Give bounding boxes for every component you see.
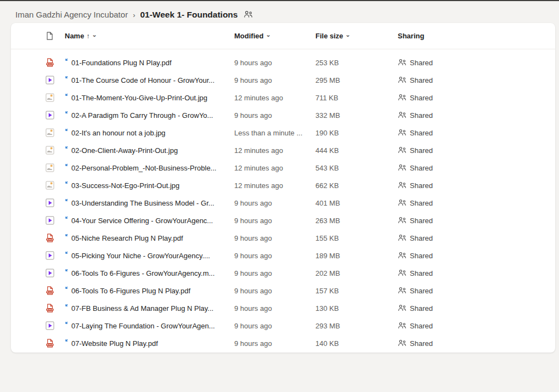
shared-people-icon — [398, 304, 406, 313]
file-name: 02-One-Client-Away-Print-Out.jpg — [71, 146, 178, 155]
table-row[interactable]: 03-Success-Not-Ego-Print-Out.jpg 12 minu… — [11, 177, 555, 194]
shared-people-icon — [398, 146, 406, 155]
file-name: 07-Laying The Foundation - GrowYourAgen.… — [71, 322, 215, 330]
column-header-sharing: Sharing — [398, 32, 555, 40]
video-file-icon — [45, 321, 65, 331]
table-row[interactable]: 06-Tools To 6-Figures Plug N Play.pdf 9 … — [11, 282, 555, 299]
file-size: 263 MB — [315, 217, 398, 225]
new-content-badge-icon — [65, 304, 71, 307]
table-row[interactable]: 01-Foundations Plug N Play.pdf 9 hours a… — [11, 54, 555, 71]
file-modified: 9 hours ago — [234, 234, 315, 242]
shared-people-icon — [398, 321, 406, 330]
column-header-file-size-label: File size — [315, 32, 343, 40]
new-content-badge-icon — [65, 234, 71, 237]
breadcrumb-current-folder: 01-Week 1- Foundations — [140, 10, 238, 20]
file-size: 295 MB — [315, 76, 398, 84]
table-row[interactable]: 01-The Course Code of Honour - GrowYour.… — [11, 71, 555, 89]
image-file-icon — [45, 163, 65, 173]
file-sharing-status: Shared — [410, 199, 433, 207]
new-content-badge-icon — [65, 322, 71, 325]
file-sharing-status: Shared — [410, 304, 433, 313]
file-name: 06-Tools To 6-Figures - GrowYourAgency.m… — [71, 269, 214, 277]
file-sharing-status: Shared — [410, 164, 433, 172]
shared-people-icon — [398, 269, 406, 277]
file-modified: 9 hours ago — [234, 217, 315, 225]
column-header-file-size[interactable]: File size ⌄ — [315, 32, 398, 40]
table-row[interactable]: 02-Personal-Problem_-Not-Business-Proble… — [11, 159, 555, 177]
file-modified: 12 minutes ago — [234, 181, 315, 190]
new-content-badge-icon — [65, 287, 71, 289]
table-row[interactable]: 07-Laying The Foundation - GrowYourAgen.… — [11, 317, 555, 334]
file-sharing-status: Shared — [410, 217, 433, 225]
file-size: 444 KB — [315, 146, 398, 155]
file-size: 140 KB — [315, 339, 398, 348]
file-name: 05-Niche Research Plug N Play.pdf — [71, 234, 183, 242]
table-row[interactable]: 02-It's an honour not a job.jpg Less tha… — [11, 124, 555, 141]
table-row[interactable]: 07-Website Plug N Play.pdf 9 hours ago 1… — [11, 334, 555, 352]
file-size: 332 MB — [315, 111, 398, 120]
pdf-file-icon — [45, 286, 65, 296]
new-content-badge-icon — [65, 269, 71, 272]
file-list-card: Name ↑ ⌄ Modified ⌄ File size ⌄ Sharing — [11, 23, 555, 353]
file-modified: 9 hours ago — [234, 287, 315, 295]
new-content-badge-icon — [65, 129, 71, 132]
new-content-badge-icon — [65, 146, 71, 149]
pdf-file-icon — [45, 303, 65, 313]
file-type-column-icon — [45, 31, 65, 41]
table-row[interactable]: 07-FB Business & Ad Manager Plug N Play.… — [11, 299, 555, 317]
file-rows-container: 01-Foundations Plug N Play.pdf 9 hours a… — [11, 49, 555, 353]
file-name: 02-A Paradigm To Carry Through - GrowYo.… — [71, 111, 213, 120]
new-content-badge-icon — [65, 252, 71, 254]
file-sharing-status: Shared — [410, 181, 433, 190]
file-size: 202 MB — [315, 269, 398, 277]
shared-people-icon — [398, 76, 406, 84]
column-header-modified-label: Modified — [234, 32, 263, 40]
table-row[interactable]: 05-Picking Your Niche - GrowYourAgency..… — [11, 247, 555, 264]
table-row[interactable]: 02-A Paradigm To Carry Through - GrowYo.… — [11, 106, 555, 124]
file-name: 01-Foundations Plug N Play.pdf — [71, 59, 172, 67]
breadcrumb-parent-link[interactable]: Iman Gadzhi Agency Incubator — [15, 10, 128, 19]
chevron-down-icon: ⌄ — [92, 31, 97, 38]
new-content-badge-icon — [65, 164, 71, 167]
new-content-badge-icon — [65, 94, 71, 96]
video-file-icon — [45, 110, 65, 120]
file-sharing-status: Shared — [410, 322, 433, 330]
table-row[interactable]: 05-Niche Research Plug N Play.pdf 9 hour… — [11, 229, 555, 247]
column-header-modified[interactable]: Modified ⌄ — [234, 32, 315, 40]
file-size: 155 KB — [315, 234, 398, 242]
chevron-down-icon: ⌄ — [266, 31, 270, 38]
file-name: 07-FB Business & Ad Manager Plug N Play.… — [71, 304, 213, 313]
file-sharing-status: Shared — [410, 234, 433, 242]
file-size: 190 KB — [315, 129, 398, 137]
image-file-icon — [45, 93, 65, 103]
table-row[interactable]: 01-The-Moment-You-Give-Up-Print-Out.jpg … — [11, 89, 555, 106]
shared-people-icon — [398, 339, 406, 348]
column-header-name-label: Name — [65, 32, 84, 40]
pdf-file-icon — [45, 338, 65, 348]
file-modified: Less than a minute ... — [234, 129, 315, 137]
file-modified: 9 hours ago — [234, 199, 315, 207]
file-modified: 9 hours ago — [234, 339, 315, 348]
file-sharing-status: Shared — [410, 287, 433, 295]
file-size: 711 KB — [315, 94, 398, 102]
video-file-icon — [45, 215, 65, 225]
column-header-name[interactable]: Name ↑ ⌄ — [65, 32, 234, 40]
shared-people-icon — [398, 58, 406, 67]
shared-people-icon — [398, 216, 406, 225]
table-row[interactable]: 03-Understanding The Business Model - Gr… — [11, 194, 555, 212]
table-row[interactable]: 02-One-Client-Away-Print-Out.jpg 12 minu… — [11, 141, 555, 159]
file-name: 05-Picking Your Niche - GrowYourAgency..… — [71, 252, 210, 260]
file-sharing-status: Shared — [410, 111, 433, 120]
file-name: 01-The-Moment-You-Give-Up-Print-Out.jpg — [71, 94, 207, 102]
file-modified: 12 minutes ago — [234, 146, 315, 155]
file-sharing-status: Shared — [410, 76, 433, 84]
table-row[interactable]: 04-Your Service Offering - GrowYourAgenc… — [11, 212, 555, 229]
file-size: 543 KB — [315, 164, 398, 172]
table-row[interactable]: 06-Tools To 6-Figures - GrowYourAgency.m… — [11, 264, 555, 282]
file-sharing-status: Shared — [410, 269, 433, 277]
file-size: 189 MB — [315, 252, 398, 260]
column-header-sharing-label: Sharing — [398, 32, 424, 40]
pdf-file-icon — [45, 58, 65, 67]
shared-people-icon — [398, 286, 406, 295]
file-name: 02-Personal-Problem_-Not-Business-Proble… — [71, 164, 216, 172]
